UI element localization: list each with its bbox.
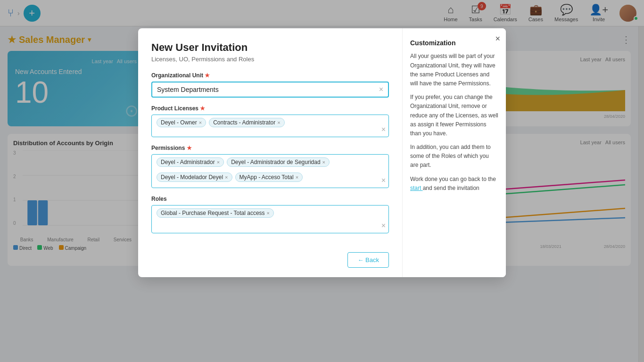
licenses-required-star: ★ xyxy=(200,105,205,112)
license-tag-deyel-owner: Deyel - Owner × xyxy=(157,118,206,127)
modal-subtitle: Licenses, UO, Permissions and Roles xyxy=(151,56,389,63)
modal-sidebar: Customization All your guests will be pa… xyxy=(402,28,506,277)
sidebar-customization-title: Customization xyxy=(410,38,498,48)
tag-label: MyApp - Acceso Total xyxy=(239,174,294,181)
role-tag-global-purchase: Global - Purchase Request - Total access… xyxy=(157,208,274,218)
tag-remove-deyel-admin[interactable]: × xyxy=(217,159,220,165)
tag-label: Contracts - Administrator xyxy=(213,119,275,126)
ou-field-label: Organizational Unit ★ xyxy=(151,72,389,79)
tag-label: Deyel - Administrador de Seguridad xyxy=(231,159,320,165)
permission-tag-myapp: MyApp - Acceso Total × xyxy=(235,173,303,182)
licenses-field-label: Product Licenses ★ xyxy=(151,105,389,112)
sidebar-p3: In addition, you can add them to some of… xyxy=(410,143,498,170)
tag-label: Deyel - Owner xyxy=(161,119,197,126)
permissions-clear-button[interactable]: × xyxy=(381,176,386,185)
ou-clear-button[interactable]: × xyxy=(379,85,383,94)
tag-label: Deyel - Modelador Deyel xyxy=(161,174,223,181)
sidebar-start-link[interactable]: start xyxy=(410,185,423,191)
permissions-field-label: Permissions ★ xyxy=(151,145,389,151)
ou-required-star: ★ xyxy=(205,72,210,79)
permissions-tag-field[interactable]: Deyel - Administrador × Deyel - Administ… xyxy=(151,154,389,188)
roles-field-label: Roles xyxy=(151,196,389,202)
licenses-tag-field[interactable]: Deyel - Owner × Contracts - Administrato… xyxy=(151,115,389,137)
tag-remove-contracts-admin[interactable]: × xyxy=(277,120,280,125)
tag-remove-deyel-owner[interactable]: × xyxy=(199,120,202,125)
permission-tag-deyel-admin-seg: Deyel - Administrador de Seguridad × xyxy=(227,157,330,167)
permissions-required-star: ★ xyxy=(187,145,192,151)
tag-remove-myapp[interactable]: × xyxy=(296,174,298,180)
back-button[interactable]: ← Back xyxy=(347,252,389,268)
tag-label: Deyel - Administrador xyxy=(161,159,215,165)
roles-tag-field[interactable]: Global - Purchase Request - Total access… xyxy=(151,205,389,233)
license-tag-contracts-admin: Contracts - Administrator × xyxy=(209,118,284,127)
modal-title: New User Invitation xyxy=(151,41,389,54)
permission-tag-deyel-modelador: Deyel - Modelador Deyel × xyxy=(157,173,232,182)
sidebar-p1: All your guests will be part of your Org… xyxy=(410,52,498,88)
licenses-clear-button[interactable]: × xyxy=(381,125,386,134)
sidebar-p4: Work done you can go back to the start a… xyxy=(410,175,498,193)
permission-tag-deyel-admin: Deyel - Administrador × xyxy=(157,157,224,167)
tag-remove-deyel-modelador[interactable]: × xyxy=(225,174,228,180)
new-user-invitation-modal: × New User Invitation Licenses, UO, Perm… xyxy=(138,28,506,277)
tag-label: Global - Purchase Request - Total access xyxy=(161,210,265,216)
modal-overlay: × New User Invitation Licenses, UO, Perm… xyxy=(0,0,644,362)
sidebar-p2: If you prefer, you can change the Organi… xyxy=(410,93,498,138)
ou-field[interactable]: System Departments × xyxy=(151,82,389,98)
tag-remove-global-purchase[interactable]: × xyxy=(267,210,270,216)
tag-remove-deyel-admin-seg[interactable]: × xyxy=(322,159,325,165)
roles-clear-button[interactable]: × xyxy=(381,222,386,230)
modal-form: × New User Invitation Licenses, UO, Perm… xyxy=(138,28,402,277)
ou-value: System Departments xyxy=(157,86,219,93)
